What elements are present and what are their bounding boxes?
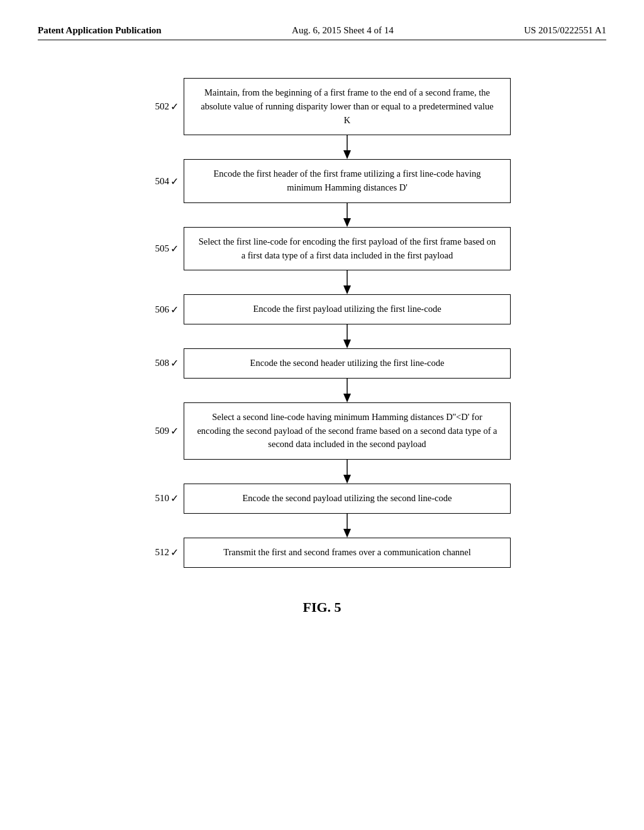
flow-box: Encode the first header of the first fra… (184, 159, 511, 203)
step-label: 502 ✓ (133, 101, 184, 113)
step-label: 512 ✓ (133, 546, 184, 558)
step-label: 508 ✓ (133, 357, 184, 369)
step-id: 506 (155, 304, 170, 315)
step-checkmark: ✓ (170, 243, 179, 255)
flow-row: 512 ✓Transmit the first and second frame… (38, 538, 606, 568)
step-label: 504 ✓ (133, 175, 184, 187)
svg-marker-11 (343, 475, 351, 484)
arrow-down (184, 460, 511, 484)
flow-row: 509 ✓Select a second line-code having mi… (38, 402, 606, 460)
step-id: 508 (155, 358, 170, 368)
step-id: 509 (155, 426, 170, 436)
page-header: Patent Application Publication Aug. 6, 2… (38, 25, 606, 40)
flow-box: Encode the first payload utilizing the f… (184, 294, 511, 324)
step-checkmark: ✓ (170, 546, 179, 558)
flow-row: 506 ✓Encode the first payload utilizing … (38, 294, 606, 324)
flow-row: 502 ✓Maintain, from the beginning of a f… (38, 78, 606, 135)
step-checkmark: ✓ (170, 492, 179, 504)
step-id: 502 (155, 101, 170, 112)
step-label: 506 ✓ (133, 304, 184, 316)
step-label: 509 ✓ (133, 425, 184, 437)
svg-marker-1 (343, 150, 351, 159)
step-checkmark: ✓ (170, 101, 179, 113)
flow-box: Select a second line-code having minimum… (184, 402, 511, 460)
header-left: Patent Application Publication (38, 25, 162, 36)
flow-box: Select the first line-code for encoding … (184, 227, 511, 271)
step-checkmark: ✓ (170, 425, 179, 437)
svg-marker-3 (343, 218, 351, 227)
step-label: 510 ✓ (133, 492, 184, 504)
step-checkmark: ✓ (170, 304, 179, 316)
flow-row: 505 ✓Select the first line-code for enco… (38, 227, 606, 271)
arrow-down (184, 270, 511, 294)
step-id: 505 (155, 243, 170, 254)
flow-row: 510 ✓Encode the second payload utilizing… (38, 484, 606, 514)
step-label: 505 ✓ (133, 243, 184, 255)
svg-marker-7 (343, 340, 351, 348)
svg-marker-5 (343, 285, 351, 294)
flow-box: Transmit the first and second frames ove… (184, 538, 511, 568)
step-id: 512 (155, 547, 170, 558)
flow-box: Encode the second header utilizing the f… (184, 348, 511, 379)
flowchart: 502 ✓Maintain, from the beginning of a f… (38, 78, 606, 568)
svg-marker-9 (343, 394, 351, 402)
page: Patent Application Publication Aug. 6, 2… (0, 0, 644, 830)
step-checkmark: ✓ (170, 175, 179, 187)
arrow-down (184, 135, 511, 159)
step-id: 504 (155, 176, 170, 187)
arrow-down (184, 514, 511, 538)
arrow-down (184, 203, 511, 227)
arrow-down (184, 324, 511, 348)
header-center: Aug. 6, 2015 Sheet 4 of 14 (292, 25, 394, 36)
figure-caption: FIG. 5 (38, 599, 606, 616)
arrow-down (184, 379, 511, 402)
flow-row: 504 ✓Encode the first header of the firs… (38, 159, 606, 203)
step-id: 510 (155, 493, 170, 504)
step-checkmark: ✓ (170, 357, 179, 369)
svg-marker-13 (343, 529, 351, 538)
flow-box: Encode the second payload utilizing the … (184, 484, 511, 514)
flow-box: Maintain, from the beginning of a first … (184, 78, 511, 135)
header-right: US 2015/0222551 A1 (524, 25, 606, 36)
flow-row: 508 ✓Encode the second header utilizing … (38, 348, 606, 379)
